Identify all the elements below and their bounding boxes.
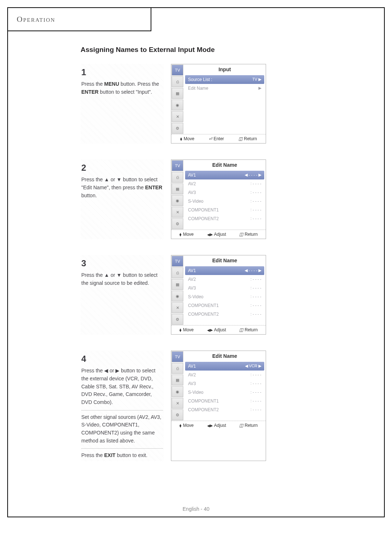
osd-sidebar-icon: ▦ (172, 279, 183, 290)
osd-item-label: AV3 (188, 286, 196, 291)
osd-foot-move: Move (179, 327, 193, 332)
step-instruction: Press the ▲ or ▼ button to select the si… (81, 271, 163, 287)
osd-foot-move: Move (179, 423, 193, 428)
osd-item-value: : - - - - (250, 190, 261, 195)
osd-foot-move: Move (180, 136, 194, 141)
osd-item-value: TV ▶ (252, 77, 261, 82)
osd-footer: Move Adjust Return (171, 421, 266, 430)
osd-panel: TV⎙▦◉✕⚙ Edit Name AV1 ◀ - - - - ▶ AV2 : … (171, 255, 266, 335)
osd-item-label: COMPONENT2 (188, 407, 219, 412)
osd-menu-item: AV3 : - - - - (185, 188, 264, 197)
osd-menu-item: COMPONENT1 : - - - - (185, 301, 264, 310)
bold-term: MENU (104, 81, 119, 87)
osd-item-label: COMPONENT1 (188, 207, 219, 213)
steps-container: 1Press the MENU button. Press the ENTER … (81, 64, 311, 461)
osd-list: Source List : TV ▶ Edit Name ▶ (184, 74, 266, 95)
osd-panel: TV⎙▦◉✕⚙ Edit Name AV1 ◀ - - - - ▶ AV2 : … (171, 159, 266, 239)
step-text-block: 1Press the MENU button. Press the ENTER … (81, 64, 164, 143)
osd-item-label: AV2 (188, 181, 196, 186)
osd-list: AV1 ◀ - - - - ▶ AV2 : - - - - AV3 : - - … (184, 170, 266, 225)
osd-sidebar-icon: ✕ (172, 111, 183, 122)
osd-item-value: : - - - - (250, 199, 261, 204)
osd-menu-item: COMPONENT2 : - - - - (185, 214, 264, 223)
osd-sidebar: TV⎙▦◉✕⚙ (171, 64, 184, 134)
osd-item-label: COMPONENT2 (188, 312, 219, 317)
step-exit-note: Press the EXIT button to exit. (81, 448, 163, 460)
osd-menu-item: AV2 : - - - - (185, 275, 264, 284)
step-text-block: 2Press the ▲ or ▼ button to select "Edit… (81, 159, 164, 239)
osd-sidebar-icon: ⚙ (172, 123, 183, 134)
osd-foot-adjust: Adjust (207, 327, 226, 332)
osd-item-label: COMPONENT1 (188, 303, 219, 308)
osd-title: Edit Name (184, 351, 266, 361)
osd-item-label: Source List : (188, 77, 212, 82)
content-area: Assigning Names to External Input Mode 1… (8, 31, 384, 492)
step-row: 2Press the ▲ or ▼ button to select "Edit… (81, 159, 311, 239)
osd-item-value: : - - - - (250, 399, 261, 404)
osd-item-label: AV2 (188, 372, 196, 377)
osd-foot-return: Return (239, 327, 258, 332)
osd-menu-item: COMPONENT2 : - - - - (185, 405, 264, 414)
osd-sidebar-icon: ◉ (172, 386, 183, 397)
osd-item-value: : - - - - (250, 381, 261, 386)
osd-item-value: ▶ (258, 86, 261, 91)
osd-item-value: : - - - - (250, 277, 261, 282)
osd-menu-item: AV3 : - - - - (185, 379, 264, 388)
osd-sidebar-icon: ✕ (172, 302, 183, 313)
osd-sidebar-icon: ▦ (172, 375, 183, 385)
osd-item-value: : - - - - (250, 407, 261, 412)
bold-term: ENTER (81, 89, 98, 95)
osd-foot-return: Return (238, 136, 257, 141)
osd-footer: Move Adjust Return (171, 230, 266, 239)
osd-foot-return: Return (239, 232, 258, 237)
step-instruction: Press the ▲ or ▼ button to select "Edit … (81, 176, 163, 199)
osd-item-label: S-Video (188, 199, 203, 204)
osd-menu-item: Source List : TV ▶ (185, 75, 264, 84)
step-note: Set other signal sources (AV2, AV3, S-Vi… (81, 410, 163, 445)
step-instruction: Press the ◀ or ▶ button to select the ex… (81, 367, 163, 406)
step-text-block: 4Press the ◀ or ▶ button to select the e… (81, 351, 164, 461)
step-number: 2 (81, 161, 163, 174)
osd-item-value: : - - - - (250, 286, 261, 291)
osd-item-value: : - - - - (250, 390, 261, 395)
osd-item-value: : - - - - (250, 181, 261, 186)
step-number: 1 (81, 65, 163, 79)
osd-foot-move: Move (179, 232, 193, 237)
osd-sidebar-icon: ◉ (172, 291, 183, 302)
osd-item-value: : - - - - (250, 216, 261, 221)
step-text-block: 3Press the ▲ or ▼ button to select the s… (81, 255, 164, 335)
osd-sidebar-icon: TV (172, 65, 183, 76)
osd-list: AV1 ◀ - - - - ▶ AV2 : - - - - AV3 : - - … (184, 266, 266, 321)
osd-item-label: AV1 (188, 173, 196, 178)
osd-item-label: AV1 (188, 268, 196, 273)
osd-foot-adjust: Adjust (207, 232, 226, 237)
osd-menu-item: AV2 : - - - - (185, 371, 264, 379)
section-title: Assigning Names to External Input Mode (81, 46, 311, 54)
osd-sidebar-icon: TV (172, 256, 183, 267)
osd-menu-item: AV1 ◀ VCR ▶ (185, 362, 264, 371)
osd-menu-item: AV3 : - - - - (185, 284, 264, 292)
osd-item-value: : - - - - (250, 303, 261, 308)
osd-menu-item: COMPONENT2 : - - - - (185, 310, 264, 319)
osd-menu-item: COMPONENT1 : - - - - (185, 206, 264, 214)
osd-item-label: Edit Name (188, 86, 208, 91)
step-number: 4 (81, 352, 163, 365)
osd-menu-item: S-Video : - - - - (185, 197, 264, 206)
osd-item-label: S-Video (188, 294, 203, 299)
manual-page: Operation Assigning Names to External In… (7, 7, 385, 517)
osd-foot-return: Return (239, 423, 258, 428)
osd-panel: TV⎙▦◉✕⚙ Input Source List : TV ▶ Edit Na… (171, 64, 266, 143)
step-number: 3 (81, 256, 163, 270)
osd-sidebar-icon: ⚙ (172, 218, 183, 229)
osd-sidebar-icon: TV (172, 160, 183, 171)
chapter-heading: Operation (17, 15, 142, 24)
osd-item-value: : - - - - (250, 207, 261, 213)
osd-item-value: ◀ - - - - ▶ (245, 173, 261, 178)
osd-sidebar: TV⎙▦◉✕⚙ (171, 255, 184, 325)
osd-panel: TV⎙▦◉✕⚙ Edit Name AV1 ◀ VCR ▶ AV2 : - - … (171, 351, 266, 461)
osd-item-label: AV2 (188, 277, 196, 282)
osd-foot-adjust: Adjust (207, 423, 226, 428)
osd-footer: Move Enter Return (171, 134, 266, 143)
osd-footer: Move Adjust Return (171, 325, 266, 334)
osd-sidebar-icon: ⎙ (172, 267, 183, 278)
